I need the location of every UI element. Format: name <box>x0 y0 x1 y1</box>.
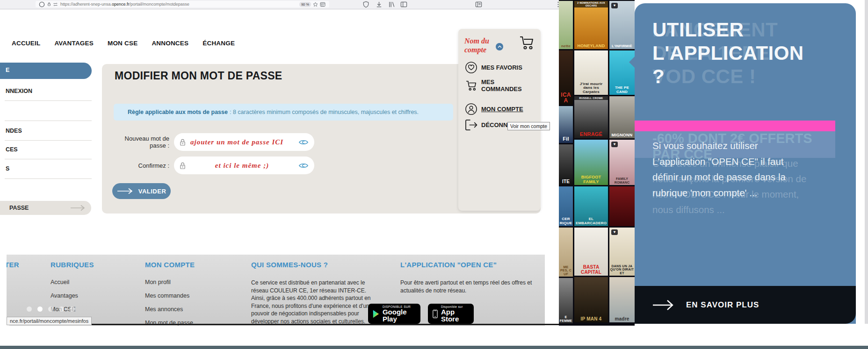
footer-contact-fragment[interactable]: TER <box>7 261 19 269</box>
bottom-accent-bar <box>0 346 868 349</box>
url-text[interactable]: https://adherent-snep-unsa.opence.fr/por… <box>60 2 189 7</box>
confirm-password-input[interactable] <box>189 161 295 170</box>
poster-title: EL EMBARCADERO <box>574 216 608 226</box>
lock-icon[interactable] <box>47 2 51 7</box>
footer-link-mon-profil[interactable]: Mon profil <box>145 279 195 285</box>
footer-col-compte: MON COMPTE Mon profil Mes commandes Mes … <box>145 261 195 326</box>
movie-poster[interactable]: Fil <box>559 106 573 143</box>
carousel-dot[interactable] <box>27 306 32 312</box>
sidebar-item-annonces[interactable]: CES <box>6 146 18 153</box>
sidebar-toggle-icon[interactable] <box>400 1 407 8</box>
movie-poster[interactable]: RUSSELL CROWEENRAGÉ <box>574 96 608 138</box>
menu-item-logout[interactable]: DÉCONN <box>465 119 507 131</box>
new-password-row: Nouveau mot de passe : <box>123 133 314 151</box>
protections-shield-icon[interactable] <box>362 1 369 8</box>
movie-poster[interactable]: ME PES, C UF <box>559 228 573 277</box>
reader-view-icon[interactable] <box>475 1 482 8</box>
nav-item-avantages[interactable]: AVANTAGES <box>54 40 94 47</box>
chevron-up-icon[interactable] <box>496 43 503 50</box>
nav-item-mon-cse[interactable]: MON CSE <box>108 40 137 47</box>
movie-poster[interactable]: BASTA CAPITAL <box>574 228 608 276</box>
bookmark-star-icon[interactable] <box>313 2 318 7</box>
movie-poster[interactable]: nette <box>559 1 573 49</box>
menu-item-orders[interactable]: MES COMMANDES <box>465 78 523 93</box>
container-icon[interactable] <box>320 2 326 7</box>
address-bar[interactable]: https://adherent-snep-unsa.opence.fr/por… <box>36 1 329 7</box>
carousel-dot[interactable] <box>70 306 75 312</box>
movie-poster[interactable]: IP MAN 4 <box>574 277 608 322</box>
status-bar-link-preview: nce.fr/portail/moncompte/mesinfos <box>7 317 92 325</box>
movie-poster[interactable]: MIGNONN <box>609 96 635 138</box>
rule-label: Règle applicable aux mots de passe <box>128 109 228 115</box>
scrollbar-strip[interactable] <box>865 0 868 324</box>
poster-column: ♥L'INFIRMIÈTHE PE CANDMIGNONN♥FAMILY ROM… <box>609 1 635 324</box>
promo-body-text: Si vous souhaitez utiliser L'application… <box>652 138 786 200</box>
tracking-shield-icon[interactable] <box>38 1 45 8</box>
footer-link-mes-annonces[interactable]: Mes annonces <box>145 306 195 313</box>
poster-title: J'irai mourir dans les Carpates <box>574 81 608 95</box>
poster-band-text: 2 NOMINATIONS AUX OSCARS <box>574 1 608 7</box>
promo-pink-bar <box>635 121 835 131</box>
new-password-label: Nouveau mot de passe : <box>123 135 169 149</box>
nav-item-annonces[interactable]: ANNONCES <box>152 40 188 47</box>
google-play-badge[interactable]: DISPONIBLE SURGoogle Play <box>368 304 420 324</box>
divider <box>5 178 92 179</box>
heart-circle-icon <box>465 61 477 74</box>
carousel-dot[interactable] <box>59 306 64 312</box>
footer-link-accueil[interactable]: Accueil <box>51 279 94 285</box>
movie-poster[interactable]: J'irai mourir dans les Carpates <box>574 50 608 95</box>
permissions-icon[interactable] <box>53 2 58 7</box>
movie-poster[interactable]: BIGFOOT FAMILY <box>574 140 608 185</box>
new-password-input[interactable] <box>189 138 295 147</box>
vod-promo-panel: LANCEMENT DE LA 1ERE VOD CCE ! UTILISER … <box>635 3 856 324</box>
movie-poster[interactable]: madre <box>609 277 635 322</box>
carousel-dot[interactable] <box>37 306 43 312</box>
footer-link-mes-commandes[interactable]: Mes commandes <box>145 292 195 299</box>
poster-band-text: RUSSELL CROWE <box>574 96 608 100</box>
sidebar-item-avis[interactable]: S <box>6 165 9 172</box>
sidebar-item-commandes[interactable]: NDES <box>6 128 22 134</box>
menu-item-my-account[interactable]: MON COMPTE <box>465 103 523 115</box>
movie-poster[interactable]: EL EMBARCADERO <box>574 186 608 226</box>
divider <box>5 140 92 141</box>
movie-poster[interactable]: ♥FAMILY ROMANC <box>609 140 635 185</box>
poster-title: FAMILY ROMANC <box>609 176 635 185</box>
footer-col-app: L'APPLICATION "OPEN CE" Pour être averti… <box>400 261 541 294</box>
cart-icon[interactable] <box>518 36 535 50</box>
show-password-eye-icon[interactable] <box>298 162 309 169</box>
carousel-dots <box>27 305 80 313</box>
sidebar-item-mot-de-passe[interactable]: PASSE <box>0 201 91 215</box>
confirm-password-row: Confirmez : <box>123 157 314 174</box>
show-password-eye-icon[interactable] <box>298 139 309 146</box>
favorite-heart-icon[interactable]: ♥ <box>611 229 618 235</box>
favorite-heart-icon[interactable]: ♥ <box>611 3 618 8</box>
movie-poster[interactable]: ICA A <box>559 50 573 105</box>
sidebar-item-connexion[interactable]: NNEXION <box>6 88 32 94</box>
app-store-badge[interactable]: Disponible surApp Store <box>428 304 474 324</box>
sidebar-item-active[interactable]: E <box>0 63 92 79</box>
movie-poster[interactable] <box>609 186 635 226</box>
movie-poster[interactable]: 2 NOMINATIONS AUX OSCARSHONEYLAND <box>574 1 608 49</box>
nav-item-echange[interactable]: ÉCHANGE <box>203 40 235 47</box>
google-play-icon <box>373 309 379 319</box>
browser-toolbar: https://adherent-snep-unsa.opence.fr/por… <box>0 0 559 9</box>
zoom-level-badge[interactable]: 90 % <box>299 2 311 7</box>
carousel-dot[interactable] <box>48 306 53 312</box>
movie-poster[interactable]: ♥DANS UN JA QU'ON DIRAIT ET <box>609 228 635 276</box>
movie-poster[interactable]: CER RIQUE <box>559 186 573 226</box>
download-icon[interactable] <box>376 1 383 8</box>
footer-link-avantages[interactable]: Avantages <box>51 292 94 299</box>
library-icon[interactable] <box>388 1 395 8</box>
valider-button[interactable]: VALIDER <box>112 183 171 199</box>
account-menu-card: Nom du compte MES FAVORIS MES COMMANDES … <box>458 29 541 211</box>
movie-poster[interactable]: ♥L'INFIRMIÈ <box>609 1 635 49</box>
en-savoir-plus-button[interactable]: EN SAVOIR PLUS <box>635 286 856 324</box>
menu-item-favorites[interactable]: MES FAVORIS <box>465 61 522 74</box>
movie-poster[interactable]: ITE <box>559 144 573 185</box>
poster-title: CER RIQUE <box>559 216 573 226</box>
nav-item-accueil[interactable]: ACCUEIL <box>12 40 40 47</box>
favorite-heart-icon[interactable]: ♥ <box>611 142 618 147</box>
confirm-password-label: Confirmez : <box>123 162 169 169</box>
poster-title: ITE <box>559 178 573 185</box>
movie-poster[interactable]: E FEMME <box>559 278 573 323</box>
